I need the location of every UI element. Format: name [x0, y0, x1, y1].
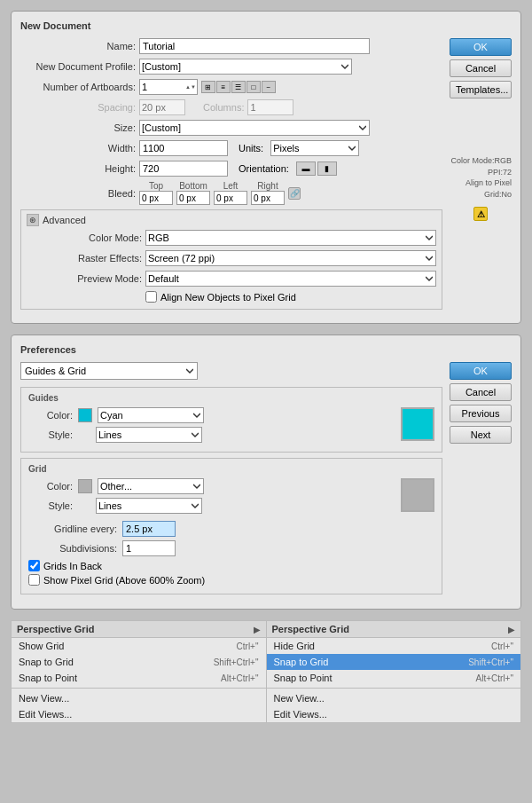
cancel-button[interactable]: Cancel	[450, 59, 512, 77]
grid-icon[interactable]: ⊞	[201, 81, 215, 93]
next-button[interactable]: Next	[450, 426, 512, 444]
left-snap-grid-item[interactable]: Snap to Grid Shift+Ctrl+"	[12, 654, 266, 670]
right-snap-point-item[interactable]: Snap to Point Alt+Ctrl+"	[267, 670, 521, 686]
right-new-view-item[interactable]: New View...	[267, 690, 521, 706]
pixel-grid-info: Align to Pixel Grid:No	[450, 177, 512, 200]
show-pixel-grid-checkbox[interactable]	[28, 574, 40, 586]
category-row: Guides & Grid	[20, 362, 442, 380]
preferences-dialog: Preferences Guides & Grid Guides Color:	[11, 335, 521, 610]
new-document-title: New Document	[20, 20, 512, 31]
templates-button[interactable]: Templates...	[450, 81, 512, 98]
left-snap-point-item[interactable]: Snap to Point Alt+Ctrl+"	[12, 670, 266, 686]
right-hide-grid-item[interactable]: Hide Grid Ctrl+"	[267, 638, 521, 654]
color-mode-label: Color Mode:	[27, 232, 142, 243]
bleed-lock-icon[interactable]: 🔗	[288, 187, 301, 200]
grids-in-back-row: Grids In Back	[28, 560, 434, 571]
size-select[interactable]: [Custom]	[139, 120, 370, 136]
profile-select[interactable]: [Custom]	[139, 59, 352, 75]
preview-label: Preview Mode:	[27, 273, 142, 284]
guides-style-select[interactable]: Lines	[96, 427, 202, 443]
columns-label: Columns:	[203, 102, 244, 113]
left-edit-views-label: Edit Views...	[19, 709, 72, 720]
spacing-row: Spacing: Columns:	[20, 99, 442, 115]
ok-button[interactable]: OK	[450, 38, 512, 56]
bleed-bottom-label: Bottom	[179, 181, 207, 191]
right-edit-views-label: Edit Views...	[274, 709, 327, 720]
artboards-label: Number of Artboards:	[20, 82, 136, 92]
name-label: Name:	[20, 41, 136, 51]
new-doc-buttons: OK Cancel Templates... Color Mode:RGB PP…	[450, 38, 512, 314]
right-new-view-label: New View...	[274, 693, 325, 704]
left-edit-views-item[interactable]: Edit Views...	[12, 706, 266, 722]
left-new-view-label: New View...	[19, 693, 69, 704]
guides-title: Guides	[28, 393, 434, 403]
pref-ok-button[interactable]: OK	[450, 362, 512, 380]
bleed-left-input[interactable]	[215, 193, 246, 204]
bleed-row: Bleed: Top Bottom Left	[20, 181, 442, 205]
columns-input	[248, 100, 293, 114]
color-mode-select[interactable]: RGB	[145, 230, 436, 246]
bleed-left-col: Left	[214, 181, 247, 205]
artboards-input[interactable]	[140, 80, 184, 94]
preferences-body: Guides & Grid Guides Color: Cyan	[20, 362, 512, 600]
previous-button[interactable]: Previous	[450, 405, 512, 422]
col-icon[interactable]: ☰	[231, 81, 246, 93]
guides-color-swatch[interactable]	[78, 408, 92, 422]
row-icon[interactable]: ≡	[216, 81, 231, 93]
color-mode-info: Color Mode:RGB	[450, 155, 512, 167]
right-snap-grid-label: Snap to Grid	[274, 657, 329, 667]
bleed-left-label: Left	[223, 181, 239, 191]
grid-section: Grid Color: Other... Style:	[20, 458, 442, 594]
portrait-button[interactable]: ▬	[296, 161, 316, 176]
spacing-spinner	[139, 99, 185, 115]
profile-row: New Document Profile: [Custom]	[20, 59, 442, 75]
guides-color-label: Color:	[28, 410, 73, 421]
height-row: Height: Orientation: ▬ ▮	[20, 161, 442, 177]
width-input[interactable]	[139, 140, 228, 156]
show-pixel-grid-label: Show Pixel Grid (Above 600% Zoom)	[43, 575, 205, 586]
artboards-row: Number of Artboards: ▲▼ ⊞ ≡ ☰ □ −	[20, 79, 442, 95]
pref-cancel-button[interactable]: Cancel	[450, 383, 512, 401]
grid-style-select[interactable]: Lines	[96, 498, 202, 514]
show-pixel-grid-row: Show Pixel Grid (Above 600% Zoom)	[28, 574, 434, 586]
subdivisions-label: Subdivisions:	[28, 543, 117, 554]
grids-in-back-checkbox[interactable]	[28, 560, 40, 571]
artboards-spinner[interactable]: ▲▼	[139, 79, 198, 95]
right-snap-grid-item[interactable]: Snap to Grid Shift+Ctrl+"	[267, 654, 521, 670]
left-separator	[12, 688, 266, 689]
color-mode-row: Color Mode: RGB	[27, 230, 436, 246]
align-checkbox[interactable]	[145, 291, 157, 303]
left-snap-grid-label: Snap to Grid	[19, 657, 74, 667]
bleed-right-label: Right	[257, 181, 278, 191]
bleed-top-input[interactable]	[140, 193, 172, 204]
left-snap-point-label: Snap to Point	[19, 673, 77, 683]
gridline-row: Gridline every:	[28, 521, 434, 537]
grid-color-label: Color:	[28, 481, 73, 492]
guides-color-select[interactable]: Cyan	[98, 407, 204, 423]
right-edit-views-item[interactable]: Edit Views...	[267, 706, 521, 722]
bleed-bottom-input[interactable]	[177, 193, 209, 204]
raster-label: Raster Effects:	[27, 253, 142, 264]
subdivisions-input[interactable]	[122, 540, 176, 556]
grid-color-select[interactable]: Other...	[98, 478, 204, 494]
left-menu-arrow-icon: ▶	[254, 625, 261, 634]
collapse-icon[interactable]: ⊛	[27, 214, 39, 226]
left-new-view-item[interactable]: New View...	[12, 690, 266, 706]
bleed-right-input[interactable]	[252, 193, 284, 204]
left-show-grid-item[interactable]: Show Grid Ctrl+"	[12, 638, 266, 654]
name-input[interactable]	[139, 38, 370, 54]
landscape-button[interactable]: ▮	[317, 161, 337, 176]
height-input[interactable]	[139, 161, 228, 177]
preview-select[interactable]: Default	[145, 271, 436, 287]
left-show-grid-label: Show Grid	[19, 641, 64, 651]
right-snap-point-label: Snap to Point	[274, 673, 332, 683]
category-select[interactable]: Guides & Grid	[20, 362, 198, 380]
right-menu-arrow-icon: ▶	[508, 625, 515, 634]
grid-style-label: Style:	[28, 500, 73, 511]
gridline-input[interactable]	[122, 521, 176, 537]
single-icon[interactable]: □	[246, 81, 261, 93]
units-select[interactable]: Pixels	[270, 140, 359, 156]
remove-icon[interactable]: −	[262, 81, 276, 93]
raster-select[interactable]: Screen (72 ppi)	[145, 250, 436, 266]
grid-color-swatch[interactable]	[78, 479, 92, 493]
